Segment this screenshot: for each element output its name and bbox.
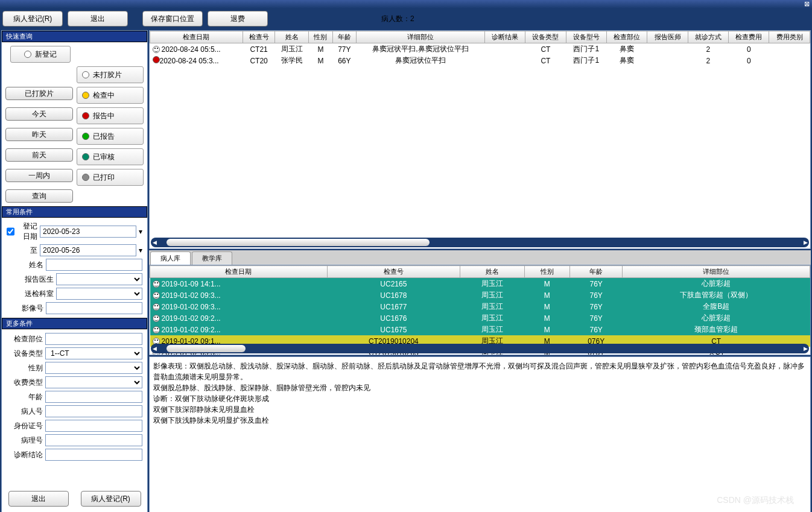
name-input[interactable]: [46, 259, 142, 271]
fee-type-label: 收费类型: [7, 378, 43, 388]
patient-no-label: 病人号: [7, 406, 43, 417]
date-to-input[interactable]: [40, 244, 136, 256]
fee-type-select[interactable]: [45, 376, 142, 388]
table-row[interactable]: 2019-01-02 09:2...UC1675周玉江M76Y颈部血管彩超: [150, 324, 810, 335]
col-header[interactable]: 费用类别: [769, 31, 810, 43]
exit-button[interactable]: 退出: [68, 11, 128, 27]
col-header[interactable]: 设备型号: [566, 31, 606, 43]
gender-label: 性别: [7, 363, 43, 373]
save-position-button[interactable]: 保存窗口位置: [142, 11, 203, 27]
scroll-thumb[interactable]: [167, 239, 430, 246]
day-before-button[interactable]: 前天: [5, 148, 73, 162]
register-button-bottom[interactable]: 病人登记(R): [81, 491, 141, 507]
dept-select[interactable]: [56, 288, 142, 300]
diag-label: 诊断结论: [7, 450, 43, 460]
col-header[interactable]: 年龄: [569, 266, 622, 278]
quick-query-header: 快速查询: [2, 31, 147, 42]
doctor-label: 报告医生: [17, 274, 54, 285]
exit-button-bottom[interactable]: 退出: [8, 491, 69, 507]
col-header[interactable]: 姓名: [275, 31, 309, 43]
path-no-input[interactable]: [45, 434, 142, 446]
tab-teach-db[interactable]: 教学库: [192, 251, 232, 265]
diag-input[interactable]: [45, 449, 142, 461]
dropdown-icon[interactable]: ▾: [139, 246, 142, 254]
patient-no-input[interactable]: [45, 405, 142, 417]
today-button[interactable]: 今天: [5, 107, 73, 121]
h-scrollbar[interactable]: ◀▶: [151, 344, 809, 353]
col-header[interactable]: 详细部位: [623, 266, 810, 278]
scroll-right-icon[interactable]: ▶: [802, 345, 809, 352]
scroll-thumb[interactable]: [167, 345, 246, 352]
col-header[interactable]: 性别: [309, 31, 332, 43]
part-input[interactable]: [45, 333, 142, 345]
status-dot-icon: [24, 51, 31, 58]
reporting-button[interactable]: 报告中: [77, 107, 144, 124]
audited-button[interactable]: 已审核: [77, 148, 144, 165]
col-header[interactable]: 检查号: [327, 266, 460, 278]
db-tabs: 病人库 教学库: [149, 250, 811, 265]
reg-date-label: 登记日期: [17, 221, 37, 242]
week-button[interactable]: 一周内: [5, 169, 73, 182]
col-header[interactable]: 性别: [524, 266, 569, 278]
doctor-select[interactable]: [56, 273, 142, 285]
col-header[interactable]: 检查号: [243, 31, 274, 43]
register-button[interactable]: 病人登记(R): [2, 11, 63, 27]
scroll-left-icon[interactable]: ◀: [151, 345, 158, 352]
col-header[interactable]: 报告医师: [647, 31, 688, 43]
to-label: 至: [14, 245, 37, 256]
dept-label: 送检科室: [17, 289, 54, 299]
col-header[interactable]: 年龄: [332, 31, 356, 43]
col-header[interactable]: 检查日期: [150, 266, 328, 278]
path-no-label: 病理号: [7, 435, 43, 446]
part-label: 检查部位: [7, 334, 43, 344]
status-dot-icon: [82, 174, 89, 181]
filmed-button[interactable]: 已打胶片: [5, 87, 73, 100]
status-dot-icon: [82, 92, 89, 99]
checking-button[interactable]: 检查中: [77, 87, 144, 104]
col-header[interactable]: 检查部位: [606, 31, 647, 43]
watermark: CSDN @源码技术栈: [717, 495, 794, 506]
top-toolbar: 病人登记(R) 退出 保存窗口位置 退费 病人数：2: [0, 8, 812, 29]
scroll-right-icon[interactable]: ▶: [802, 239, 809, 246]
yesterday-button[interactable]: 昨天: [5, 128, 73, 141]
image-no-label: 影像号: [16, 303, 43, 314]
dropdown-icon[interactable]: ▾: [139, 227, 142, 236]
table-row[interactable]: 2020-08-24 05:3...CT20张学民M66Y鼻窦冠状位平扫CT西门…: [150, 55, 810, 66]
query-button[interactable]: 查询: [5, 189, 73, 203]
col-header[interactable]: 姓名: [460, 266, 524, 278]
col-header[interactable]: 诊断结果: [484, 31, 525, 43]
reg-date-checkbox[interactable]: [7, 227, 14, 236]
reported-button[interactable]: 已报告: [77, 128, 144, 145]
col-header[interactable]: 就诊方式: [688, 31, 728, 43]
common-cond-header: 常用条件: [2, 206, 147, 218]
col-header[interactable]: 设备类型: [525, 31, 566, 43]
report-text: 影像表现：双侧股总动脉、股浅动脉、股深动脉、腘动脉、胫前动脉、胫后肌动脉及足背动…: [149, 356, 811, 512]
close-icon[interactable]: ⊠: [804, 0, 810, 8]
date-from-input[interactable]: [40, 226, 136, 238]
table-row[interactable]: 2019-01-09 14:1...UC2165周玉江M76Y心脏彩超: [150, 278, 810, 290]
printed-button[interactable]: 已打印: [77, 169, 144, 186]
no-film-button[interactable]: 未打胶片: [77, 66, 144, 83]
table-row[interactable]: 2019-01-02 09:2...UC1676周玉江M76Y心脏彩超: [150, 312, 810, 324]
table-row[interactable]: 2019-01-02 09:3...UC1677周玉江M76Y全腹B超: [150, 301, 810, 312]
table-row[interactable]: 2020-08-24 05:5...CT21周玉江M77Y鼻窦冠状平扫,鼻窦冠状…: [150, 43, 810, 55]
table-row[interactable]: 2019-01-02 09:3...UC1678周玉江M76Y下肢血管彩超（双侧…: [150, 289, 810, 301]
col-header[interactable]: 检查日期: [150, 31, 243, 43]
scroll-left-icon[interactable]: ◀: [151, 239, 158, 246]
age-input[interactable]: [45, 391, 142, 403]
refund-button[interactable]: 退费: [208, 11, 268, 27]
id-no-input[interactable]: [45, 420, 142, 432]
image-no-input[interactable]: [46, 302, 142, 314]
gender-select[interactable]: [45, 362, 142, 374]
patient-count-label: 病人数：2: [381, 14, 414, 24]
tab-patient-db[interactable]: 病人库: [150, 251, 191, 265]
status-dot-icon: [82, 71, 89, 78]
device-select[interactable]: 1--CT: [45, 347, 142, 359]
col-header[interactable]: 检查费用: [729, 31, 769, 43]
top-table: 检查日期检查号姓名性别年龄详细部位诊断结果设备类型设备型号检查部位报告医师就诊方…: [149, 30, 811, 249]
left-panel: 快速查询 新登记 未打胶片 已打胶片 检查中 今天 报告中 昨天 已报告 前天 …: [1, 30, 148, 512]
h-scrollbar[interactable]: ◀▶: [151, 238, 809, 247]
col-header[interactable]: 详细部位: [357, 31, 485, 43]
new-register-button[interactable]: 新登记: [10, 46, 71, 63]
status-dot-icon: [82, 112, 89, 119]
